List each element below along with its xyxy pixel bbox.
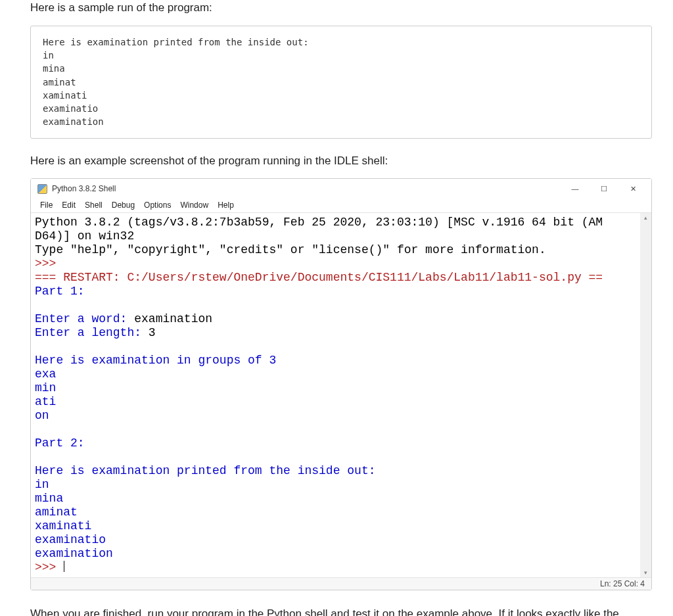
window-titlebar: Python 3.8.2 Shell — ☐ ✕	[31, 179, 651, 199]
shell-line: examination	[35, 547, 113, 560]
shell-line: Enter a word:	[35, 312, 134, 325]
shell-line: Python 3.8.2 (tags/v3.8.2:7b3ab59, Feb 2…	[35, 216, 603, 229]
shell-line: xaminati	[35, 519, 91, 533]
status-bar: Ln: 25 Col: 4	[31, 577, 651, 590]
menu-options[interactable]: Options	[140, 200, 175, 210]
shell-line: Type "help", "copyright", "credits" or "…	[35, 243, 546, 256]
intro-text-2: Here is an example screenshot of the pro…	[30, 153, 657, 170]
shell-line: min	[35, 381, 56, 394]
menu-debug[interactable]: Debug	[108, 200, 139, 210]
shell-line: in	[35, 478, 49, 491]
shell-line: exa	[35, 367, 56, 381]
vertical-scrollbar[interactable]: ▴ ▾	[640, 213, 651, 577]
shell-line: on	[35, 409, 49, 422]
sample-output-codeblock: Here is examination printed from the ins…	[30, 26, 652, 139]
scroll-up-icon[interactable]: ▴	[644, 214, 647, 221]
maximize-button[interactable]: ☐	[590, 179, 618, 198]
shell-text-area[interactable]: Python 3.8.2 (tags/v3.8.2:7b3ab59, Feb 2…	[31, 213, 640, 577]
shell-line: D64)] on win32	[35, 229, 134, 243]
idle-shell-window: Python 3.8.2 Shell — ☐ ✕ File Edit Shell…	[30, 178, 652, 590]
shell-input: 3	[149, 326, 156, 339]
shell-line: Here is examination in groups of 3	[35, 354, 276, 367]
scroll-down-icon[interactable]: ▾	[644, 569, 647, 576]
menu-shell[interactable]: Shell	[81, 200, 106, 210]
menu-bar: File Edit Shell Debug Options Window Hel…	[31, 199, 651, 213]
shell-line: Here is examination printed from the ins…	[35, 464, 375, 477]
shell-line: ati	[35, 395, 56, 408]
shell-line: mina	[35, 492, 63, 505]
python-idle-icon	[37, 184, 47, 194]
shell-line: Enter a length:	[35, 326, 149, 339]
shell-prompt: >>>	[35, 561, 63, 574]
window-controls: — ☐ ✕	[561, 179, 647, 198]
shell-body: Python 3.8.2 (tags/v3.8.2:7b3ab59, Feb 2…	[31, 213, 651, 577]
intro-text-1: Here is a sample run of the program:	[30, 0, 657, 16]
text-cursor-icon	[64, 561, 64, 572]
shell-line: aminat	[35, 506, 78, 519]
shell-line: Part 1:	[35, 285, 85, 298]
shell-line: examinatio	[35, 533, 106, 546]
outro-text: When you are finished, run your program …	[30, 606, 657, 616]
window-title: Python 3.8.2 Shell	[52, 184, 561, 193]
menu-file[interactable]: File	[36, 200, 57, 210]
menu-edit[interactable]: Edit	[58, 200, 80, 210]
shell-line: === RESTART: C:/Users/rstew/OneDrive/Doc…	[35, 271, 603, 284]
minimize-button[interactable]: —	[561, 179, 590, 198]
menu-help[interactable]: Help	[214, 200, 238, 210]
shell-input: examination	[134, 312, 212, 325]
shell-prompt: >>>	[35, 257, 63, 270]
shell-line: Part 2:	[35, 437, 85, 450]
menu-window[interactable]: Window	[176, 200, 212, 210]
close-button[interactable]: ✕	[618, 179, 647, 198]
